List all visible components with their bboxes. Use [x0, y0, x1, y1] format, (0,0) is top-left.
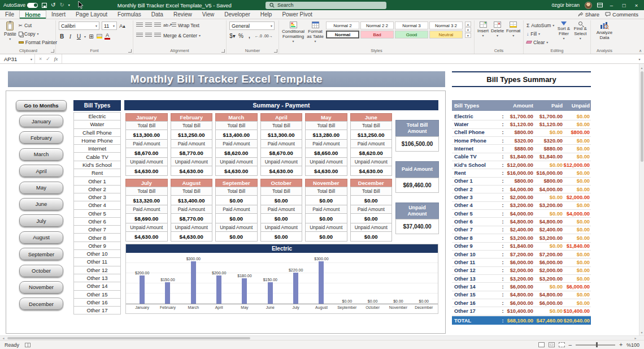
fill-color-icon[interactable] — [97, 34, 102, 38]
tab-developer[interactable]: Developer — [219, 10, 255, 19]
format-cells-button[interactable]: Format▾ — [506, 21, 520, 38]
orientation-icon[interactable]: ab↗ — [163, 23, 169, 28]
copy-button[interactable]: Copy▾ — [19, 30, 57, 37]
cell-style-neutral[interactable]: Neutral — [429, 31, 463, 38]
bold-button[interactable]: B — [59, 33, 65, 40]
underline-button[interactable]: U — [76, 33, 82, 40]
accounting-format-icon[interactable]: $▾ — [229, 33, 236, 39]
cell-style-bad[interactable]: Bad — [360, 31, 394, 38]
comments-button[interactable]: Comments — [605, 11, 638, 18]
zoom-level[interactable]: %100 — [626, 342, 639, 348]
cell-style-normal-3-2[interactable]: Normal 3 2 — [429, 21, 463, 29]
tab-home[interactable]: Home — [19, 10, 46, 19]
share-button[interactable]: Share — [578, 11, 599, 18]
font-dialog-launcher[interactable] — [128, 49, 132, 53]
undo-icon[interactable]: ↺ — [51, 2, 55, 8]
sort-filter-button[interactable]: Sort & Filter▾ — [556, 21, 571, 41]
formula-input[interactable] — [62, 54, 635, 63]
cell-style-normal-3[interactable]: Normal 3 — [395, 21, 428, 29]
insert-function-icon[interactable]: fx — [54, 56, 58, 62]
tab-view[interactable]: View — [197, 10, 220, 19]
page-break-view-icon[interactable] — [559, 342, 565, 347]
align-top-icon[interactable] — [136, 23, 143, 28]
conditional-formatting-button[interactable]: Conditional Formatting▾ — [282, 21, 304, 44]
insert-cells-button[interactable]: + Insert▾ — [477, 21, 489, 38]
increase-font-icon[interactable]: A▴ — [119, 23, 125, 29]
cell-style-normal-2-2[interactable]: Normal 2 2 — [360, 21, 394, 29]
scroll-up-icon[interactable]: ▴ — [639, 64, 644, 70]
goto-june-button[interactable]: June — [19, 198, 63, 210]
goto-november-button[interactable]: November — [19, 281, 63, 294]
italic-button[interactable]: I — [67, 33, 73, 40]
page-layout-view-icon[interactable] — [549, 342, 555, 347]
align-bottom-icon[interactable] — [154, 23, 161, 28]
font-family-select[interactable]: Calibri▾ — [59, 21, 99, 30]
number-dialog-launcher[interactable] — [274, 49, 277, 53]
autosum-button[interactable]: ΣAutoSum▾ — [526, 21, 554, 29]
scroll-left-icon[interactable]: ◂ — [1, 336, 6, 340]
tab-file[interactable]: File — [0, 10, 19, 19]
align-left-icon[interactable] — [136, 33, 143, 38]
zoom-in-icon[interactable]: + — [619, 342, 623, 348]
tab-data[interactable]: Data — [146, 10, 168, 19]
name-box[interactable]: AP31 ▾ — [0, 54, 35, 63]
scroll-down-icon[interactable]: ▾ — [639, 329, 644, 335]
fill-button[interactable]: ↓Fill▾ — [526, 30, 554, 37]
expand-formula-bar-icon[interactable]: ▾ — [635, 54, 644, 63]
goto-july-button[interactable]: July — [19, 214, 63, 227]
close-button[interactable]: × — [633, 2, 640, 8]
horizontal-scroll-thumb[interactable] — [7, 337, 250, 340]
zoom-out-icon[interactable]: – — [569, 342, 572, 348]
goto-april-button[interactable]: April — [19, 165, 63, 177]
cell-style-good[interactable]: Good — [395, 31, 428, 38]
cell-style-normal[interactable]: Normal — [326, 31, 359, 38]
font-size-select[interactable]: 11▾ — [102, 21, 117, 30]
merge-center-button[interactable]: Merge & Center▾ — [163, 32, 201, 39]
collapse-ribbon-button[interactable]: ∧ — [639, 49, 642, 53]
tab-help[interactable]: Help — [255, 10, 277, 19]
save-icon[interactable] — [42, 3, 47, 8]
cell-style-normal-2[interactable]: Normal 2 — [326, 21, 359, 29]
tab-formulas[interactable]: Formulas — [112, 10, 146, 19]
tab-page-layout[interactable]: Page Layout — [71, 10, 112, 19]
gallery-more-icon[interactable]: ▾ — [465, 33, 471, 38]
tab-power-pivot[interactable]: Power Pivot — [277, 10, 317, 19]
zoom-slider-thumb[interactable] — [596, 342, 598, 347]
user-name[interactable]: özgür bircan — [551, 2, 580, 8]
decrease-decimal-icon[interactable]: .00→ — [263, 34, 269, 38]
clipboard-dialog-launcher[interactable] — [51, 49, 54, 53]
format-as-table-button[interactable]: Format as Table▾ — [307, 21, 324, 44]
tab-review[interactable]: Review — [168, 10, 197, 19]
goto-october-button[interactable]: October — [19, 265, 63, 277]
redo-icon[interactable]: ↻ — [59, 2, 64, 8]
align-right-icon[interactable] — [154, 33, 161, 38]
enter-icon[interactable]: ✓ — [46, 56, 50, 62]
ribbon-display-options-icon[interactable] — [597, 3, 603, 7]
delete-cells-button[interactable]: × Delete▾ — [491, 21, 504, 38]
maximize-button[interactable]: □ — [620, 2, 628, 8]
horizontal-scrollbar[interactable]: ◂ ▸ — [0, 335, 644, 340]
tab-insert[interactable]: Insert — [46, 10, 71, 19]
cancel-icon[interactable]: × — [39, 56, 42, 62]
gallery-up-icon[interactable]: ▴ — [465, 21, 471, 27]
minimize-button[interactable]: – — [608, 2, 615, 8]
borders-icon[interactable]: ⊞ — [88, 33, 94, 40]
align-center-icon[interactable] — [145, 33, 152, 38]
worksheet[interactable]: Monthly Bill Tracker Excel Template Bill… — [0, 64, 644, 335]
analyze-data-button[interactable]: Analyze Data — [594, 21, 615, 40]
percent-style-icon[interactable]: % — [238, 33, 244, 39]
goto-december-button[interactable]: December — [19, 298, 63, 310]
goto-january-button[interactable]: January — [19, 115, 63, 127]
zoom-slider[interactable] — [576, 344, 615, 346]
clear-button[interactable]: Clear▾ — [526, 38, 554, 46]
cut-button[interactable]: ✂Cut — [19, 21, 57, 29]
goto-september-button[interactable]: September — [19, 248, 63, 260]
search-input[interactable]: Search — [266, 2, 386, 9]
scroll-right-icon[interactable]: ▸ — [633, 336, 638, 340]
increase-decimal-icon[interactable]: ←.0 — [255, 34, 261, 38]
find-select-button[interactable]: Find & Select▾ — [573, 21, 588, 41]
comma-style-icon[interactable]: , — [246, 33, 253, 39]
normal-view-icon[interactable] — [538, 342, 545, 347]
gallery-down-icon[interactable]: ▾ — [465, 27, 471, 32]
goto-february-button[interactable]: February — [19, 131, 63, 144]
